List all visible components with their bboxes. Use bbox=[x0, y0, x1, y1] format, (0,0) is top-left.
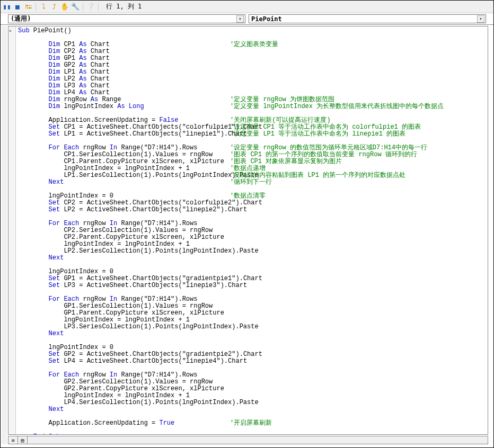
proc-arrow-icon: ▸ bbox=[9, 28, 14, 33]
chevron-down-icon: ▾ bbox=[477, 15, 484, 23]
dropdown-row: (通用) ▾ PiePoint ▾ bbox=[1, 13, 493, 25]
procedure-dropdown-value: PiePoint bbox=[251, 15, 282, 23]
step-into-icon[interactable]: ⤵ bbox=[39, 3, 48, 11]
chevron-down-icon: ▾ bbox=[236, 15, 244, 23]
bottom-spacer bbox=[28, 436, 488, 444]
toolbar-separator-2 bbox=[83, 3, 83, 11]
code-gutter: ▸ bbox=[8, 26, 16, 434]
toolbar-separator bbox=[36, 3, 36, 11]
procedure-view-button[interactable]: ≡ bbox=[8, 436, 18, 444]
view-switch-bar: ≡ ▤ bbox=[8, 436, 488, 444]
step-over-icon[interactable]: ⤴ bbox=[50, 3, 58, 11]
help-icon[interactable]: ❔ bbox=[86, 3, 95, 11]
code-scroll[interactable]: Sub PiePoint() Dim CP1 As Chart'定义图表类变量 … bbox=[16, 26, 488, 434]
step-icon[interactable]: ⭾ bbox=[24, 3, 32, 11]
toolbar-separator-3 bbox=[98, 3, 99, 11]
object-dropdown[interactable]: (通用) ▾ bbox=[8, 14, 245, 23]
breakpoint-icon[interactable]: ✋ bbox=[60, 3, 69, 11]
toolbar: ▮▮ ■ ⭾ ⤵ ⤴ ✋ 🔧 ❔ 行 1, 列 1 bbox=[1, 1, 493, 13]
code-content[interactable]: Sub PiePoint() Dim CP1 As Chart'定义图表类变量 … bbox=[16, 26, 488, 434]
bookmark-icon[interactable]: 🔧 bbox=[71, 3, 80, 11]
code-editor[interactable]: ▸ Sub PiePoint() Dim CP1 As Chart'定义图表类变… bbox=[8, 26, 488, 435]
cursor-position: 行 1, 列 1 bbox=[106, 2, 142, 11]
procedure-dropdown[interactable]: PiePoint ▾ bbox=[249, 14, 486, 23]
pause-icon[interactable]: ▮▮ bbox=[3, 3, 11, 11]
full-module-view-button[interactable]: ▤ bbox=[18, 436, 28, 444]
stop-icon[interactable]: ■ bbox=[13, 3, 22, 11]
object-dropdown-value: (通用) bbox=[11, 14, 31, 23]
left-margin bbox=[2, 26, 7, 444]
